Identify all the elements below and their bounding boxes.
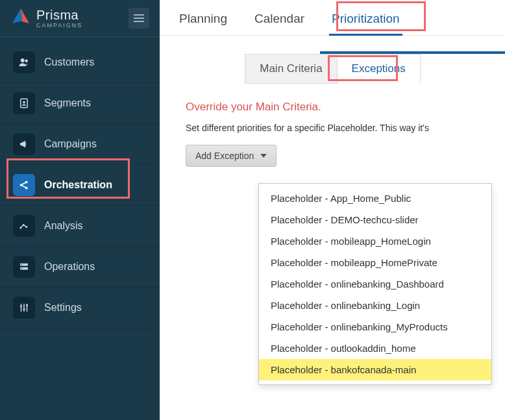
svg-point-22: [23, 308, 25, 310]
svg-point-7: [21, 58, 25, 62]
sidebar-item-operations[interactable]: Operations: [0, 247, 160, 288]
menu-toggle-button[interactable]: [129, 8, 149, 29]
dropdown-item[interactable]: Placeholder - onlinebanking_MyProducts: [259, 316, 491, 338]
sidebar-item-label: Orchestration: [44, 179, 112, 191]
sidebar-header: Prisma CAMPAIGNS: [0, 0, 160, 37]
hamburger-icon: [134, 14, 144, 22]
svg-point-23: [26, 304, 28, 306]
sidebar-item-label: Settings: [44, 302, 82, 314]
svg-rect-4: [134, 14, 144, 16]
dropdown-item[interactable]: Placeholder - outlookaddin_home: [259, 338, 491, 359]
sidebar-item-orchestration[interactable]: Orchestration: [0, 165, 160, 206]
megaphone-icon: [13, 133, 35, 155]
dropdown-item[interactable]: Placeholder - onlinebanking_Login: [259, 295, 491, 316]
users-icon: [13, 51, 35, 73]
subtab-exceptions[interactable]: Exceptions: [337, 54, 421, 83]
dropdown-item[interactable]: Placeholder - App_Home_Public: [259, 188, 491, 209]
sub-tabs: Main Criteria Exceptions: [245, 54, 420, 84]
sidebar-item-label: Segments: [44, 97, 91, 109]
content-panel: Main Criteria Exceptions Override your M…: [160, 36, 505, 188]
segment-icon: [13, 92, 35, 114]
add-exception-button[interactable]: Add Exception: [186, 145, 277, 167]
sidebar-item-analysis[interactable]: Analysis: [0, 206, 160, 247]
tab-planning[interactable]: Planning: [179, 12, 227, 35]
top-tabs: Planning Calendar Prioritization: [160, 0, 505, 36]
svg-rect-5: [134, 18, 144, 19]
svg-point-21: [20, 305, 22, 307]
share-icon: [13, 174, 35, 196]
tab-calendar[interactable]: Calendar: [254, 12, 304, 35]
brand-logo: Prisma CAMPAIGNS: [10, 8, 82, 29]
dropdown-item[interactable]: Placeholder - onlinebanking_Dashboard: [259, 273, 491, 295]
svg-point-19: [21, 264, 23, 266]
sidebar-item-settings[interactable]: Settings: [0, 288, 160, 328]
dropdown-item[interactable]: Placeholder - mobileapp_HomePrivate: [259, 252, 491, 273]
svg-point-10: [23, 101, 25, 104]
svg-point-8: [25, 60, 29, 63]
server-icon: [13, 256, 35, 278]
panel-description: Set different priorities for a specific …: [186, 123, 484, 133]
sidebar-item-label: Analysis: [44, 220, 83, 232]
sliders-icon: [13, 297, 35, 319]
sidebar: Prisma CAMPAIGNS Customers Segments Camp…: [0, 0, 160, 420]
sidebar-item-customers[interactable]: Customers: [0, 42, 160, 83]
sidebar-item-label: Customers: [44, 56, 94, 68]
sidebar-item-campaigns[interactable]: Campaigns: [0, 124, 160, 165]
svg-point-20: [21, 268, 23, 269]
sidebar-item-label: Campaigns: [44, 138, 97, 150]
subtab-main-criteria[interactable]: Main Criteria: [245, 54, 337, 83]
panel-title: Override your Main Criteria.: [186, 101, 484, 114]
sidebar-item-segments[interactable]: Segments: [0, 83, 160, 124]
chevron-down-icon: [260, 154, 267, 158]
brand-title: Prisma: [36, 8, 82, 21]
dropdown-item[interactable]: Placeholder - mobileapp_HomeLogin: [259, 230, 491, 252]
add-exception-label: Add Exception: [195, 151, 254, 161]
brand-subtitle: CAMPAIGNS: [36, 23, 82, 29]
prisma-logo-icon: [10, 8, 31, 29]
tab-prioritization[interactable]: Prioritization: [332, 12, 400, 35]
chart-icon: [13, 215, 35, 237]
add-exception-dropdown: Placeholder - App_Home_Public Placeholde…: [258, 183, 492, 385]
exceptions-panel: Override your Main Criteria. Set differe…: [160, 84, 505, 188]
dropdown-item[interactable]: Placeholder - DEMO-techcu-slider: [259, 209, 491, 230]
sidebar-item-label: Operations: [44, 261, 95, 273]
sidebar-nav: Customers Segments Campaigns Orchestrati…: [0, 37, 160, 328]
dropdown-item-highlighted[interactable]: Placeholder - bankofcanada-main: [259, 359, 491, 380]
svg-rect-6: [134, 21, 144, 22]
